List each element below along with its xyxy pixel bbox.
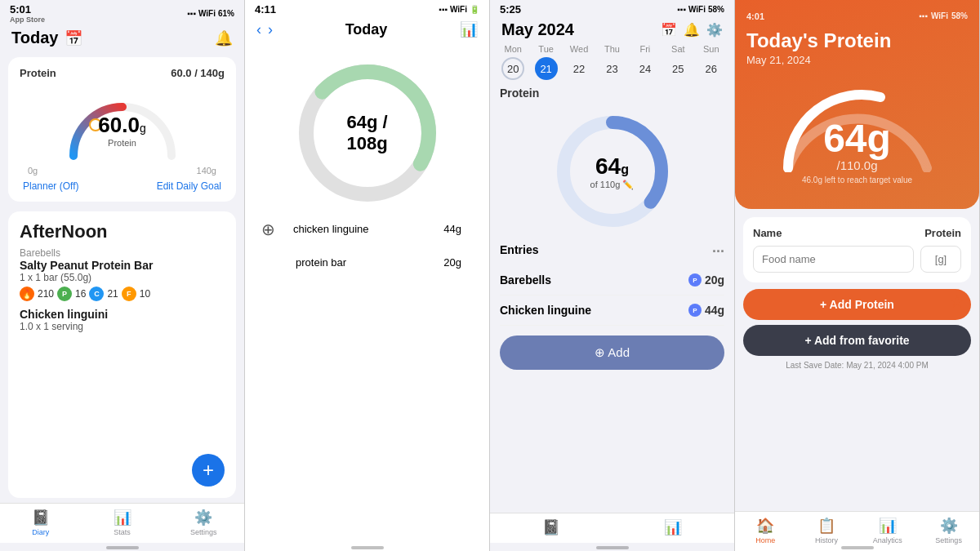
- add-protein-button-4[interactable]: + Add Protein: [743, 289, 971, 320]
- p3-donut-value: 64g: [590, 153, 635, 180]
- p-val-1: 16: [75, 288, 86, 300]
- gauge-min-1: 0g: [28, 166, 38, 176]
- status-bar-3: 5:25 ▪▪▪WiFi58%: [490, 0, 734, 17]
- favorite-star-icon[interactable]: ★: [950, 291, 964, 311]
- day-col-sun: Sun 26: [700, 44, 723, 80]
- day-name-fri: Fri: [639, 44, 650, 54]
- cal-val-1: 210: [38, 288, 54, 300]
- bell-icon-3[interactable]: 🔔: [684, 22, 700, 38]
- day-num-25[interactable]: 25: [666, 57, 689, 80]
- nutrient-badges-1: 🔥 210 P 16 C 21 F 10: [20, 287, 225, 301]
- entry-barebells-3[interactable]: Barebells 20g: [500, 265, 724, 295]
- today-title-2: Today: [345, 21, 388, 38]
- day-name-mon: Mon: [505, 44, 522, 54]
- home-label-4: Home: [755, 536, 775, 544]
- diary-label-1: Diary: [32, 528, 49, 536]
- day-num-26[interactable]: 26: [700, 57, 723, 80]
- calendar-icon-3[interactable]: 📅: [661, 22, 677, 38]
- stats-icon-1: 📊: [114, 509, 131, 527]
- c-val-1: 21: [107, 288, 118, 300]
- bar-chart-icon-2[interactable]: 📊: [460, 20, 478, 38]
- tab-diary-3[interactable]: 📓: [490, 518, 612, 536]
- tab-stats-1[interactable]: 📊 Stats: [82, 509, 163, 536]
- p4-arc-hint: 46.0g left to reach target value: [746, 176, 968, 184]
- home-indicator-1: [106, 546, 139, 549]
- signal-icons-2: ▪▪▪WiFi🔋: [439, 5, 479, 14]
- add-from-favorite-button-4[interactable]: + Add from favorite: [743, 325, 971, 356]
- protein-section-title-3: Protein: [500, 87, 724, 100]
- carb-badge-1: C: [89, 287, 104, 301]
- p4-save-date: Last Save Date: May 21, 2024 4:00 PM: [743, 361, 971, 370]
- settings-icon-3[interactable]: ⚙️: [706, 22, 723, 38]
- tab-settings-1[interactable]: ⚙️ Settings: [163, 509, 244, 536]
- gauge-max-1: 140g: [197, 166, 216, 176]
- settings-label-1: Settings: [190, 528, 217, 536]
- time-1: 5:01: [10, 3, 45, 16]
- protein-section-3: Protein 64g of 110g ✏️: [490, 80, 734, 240]
- entry-chicken-3[interactable]: Chicken linguine 44g: [500, 295, 724, 326]
- bell-icon-1[interactable]: 🔔: [215, 29, 233, 47]
- food-serving-1: 1 x 1 bar (55.0g): [20, 272, 225, 283]
- protein-amount-input[interactable]: [920, 246, 961, 273]
- p3-donut-goal: of 110g ✏️: [590, 180, 635, 190]
- gauge-number-1: 60.0g: [98, 113, 145, 138]
- food-serving-2: 1.0 x 1 serving: [20, 321, 225, 332]
- section-title-1: AfterNoon: [20, 221, 225, 242]
- protein-dot-2: [688, 304, 702, 317]
- food-amount-p2-2: 20g: [443, 256, 461, 269]
- header-1: Today 📅 🔔: [0, 25, 244, 52]
- food-brand-1: Barebells: [20, 247, 225, 259]
- home-icon-4: 🏠: [756, 517, 774, 535]
- p3-header: May 2024 📅 🔔 ⚙️: [490, 17, 734, 44]
- tab-analytics-4[interactable]: 📊 Analytics: [858, 517, 919, 544]
- protein-card-1: Protein 60.0 / 140g 60.0: [8, 57, 236, 202]
- next-arrow-2[interactable]: ›: [268, 21, 273, 38]
- gauge-sublabel-1: Protein: [98, 138, 145, 148]
- food-name-p2-2: protein bar: [296, 256, 346, 269]
- food-item-1-p2[interactable]: chicken linguine 44g: [282, 215, 473, 243]
- time-2: 4:11: [255, 3, 276, 16]
- add-circle-icon-2[interactable]: ⊕: [261, 220, 275, 239]
- protein-badge-1: P: [57, 287, 72, 301]
- analytics-label-4: Analytics: [873, 536, 902, 544]
- food-entry-barebells: Barebells Salty Peanut Protein Bar 1 x 1…: [20, 247, 225, 301]
- status-bar-2: 4:11 ▪▪▪WiFi🔋: [245, 0, 489, 17]
- planner-link-1[interactable]: Planner (Off): [23, 180, 78, 192]
- settings-icon-4: ⚙️: [940, 517, 958, 535]
- day-name-thu: Thu: [604, 44, 620, 54]
- food-list-2: ⊕ chicken linguine 44g protein bar 20g: [253, 215, 481, 277]
- calendar-icon-1[interactable]: 📅: [65, 29, 82, 47]
- p4-arc-value: 64g: [823, 119, 891, 158]
- fab-add-button-1[interactable]: +: [192, 454, 225, 487]
- day-col-thu: Thu 23: [600, 44, 623, 80]
- entries-more-3[interactable]: ···: [712, 243, 724, 260]
- food-item-2-p2[interactable]: protein bar 20g: [284, 248, 473, 277]
- p2-nav: ‹ › Today 📊: [245, 17, 489, 43]
- time-3: 5:25: [500, 3, 521, 16]
- tab-diary-1[interactable]: 📓 Diary: [0, 509, 82, 536]
- p4-date: May 21, 2024: [746, 54, 968, 66]
- diary-icon-3: 📓: [542, 518, 560, 536]
- tab-home-4[interactable]: 🏠 Home: [735, 517, 796, 544]
- tab-settings-4[interactable]: ⚙️ Settings: [918, 517, 979, 544]
- add-button-3[interactable]: ⊕ Add: [500, 335, 724, 370]
- day-name-sat: Sat: [671, 44, 685, 54]
- prev-arrow-2[interactable]: ‹: [256, 21, 261, 38]
- afternoon-card-1: AfterNoon Barebells Salty Peanut Protein…: [8, 211, 236, 498]
- bottom-tabs-4: 🏠 Home 📋 History 📊 Analytics ⚙️ Settings: [735, 511, 979, 551]
- p4-orange-header: 4:01 ▪▪▪WiFi58% Today's Protein May 21, …: [735, 0, 979, 209]
- protein-dot-1: [688, 273, 702, 287]
- day-num-22[interactable]: 22: [568, 57, 590, 80]
- edit-goal-link-1[interactable]: Edit Daily Goal: [157, 180, 221, 192]
- tab-stats-3[interactable]: 📊: [612, 518, 735, 536]
- protein-gauge-1: 60.0g Protein: [57, 82, 188, 164]
- week-row-3: Mon 20 Tue 21 Wed 22 Thu 23 Fri 24 Sat 2…: [490, 44, 734, 80]
- day-num-20[interactable]: 20: [501, 57, 524, 80]
- day-name-sun: Sun: [703, 44, 719, 54]
- tab-history-4[interactable]: 📋 History: [796, 517, 858, 544]
- day-num-23[interactable]: 23: [600, 57, 623, 80]
- p3-donut: 64g of 110g ✏️: [547, 106, 678, 237]
- day-num-21[interactable]: 21: [535, 57, 558, 80]
- food-name-input[interactable]: [753, 246, 914, 273]
- day-num-24[interactable]: 24: [634, 57, 657, 80]
